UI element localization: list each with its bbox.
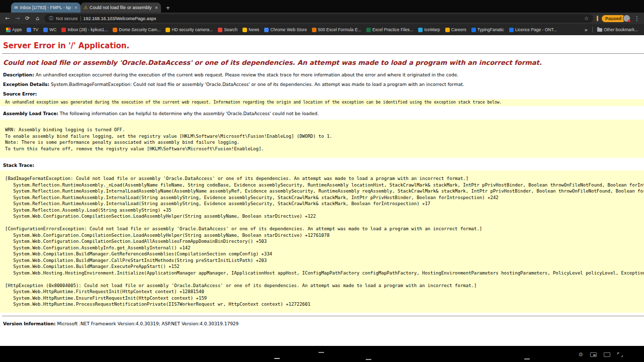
bookmark-item-icewarp[interactable]: IceWarp xyxy=(416,27,442,32)
bookmark-favicon xyxy=(166,28,170,32)
close-icon[interactable]: × xyxy=(74,5,77,11)
tab-error-page[interactable]: ⚠ Could not load file or assembly × xyxy=(80,3,161,13)
exception-details-label: Exception Details: xyxy=(3,82,49,87)
tab-inbox[interactable]: ✉ Inbox [1/783] - FMPL - kp kush... × xyxy=(11,3,80,13)
bookmark-item-inbox[interactable]: Inbox (28) - kpkus1... xyxy=(59,27,110,32)
video-frame: ✉ Inbox [1/783] - FMPL - kp kush... × ⚠ … xyxy=(0,0,644,362)
page-title: Server Error in '/' Application. xyxy=(3,41,644,50)
video-player-bar: ⚙ xyxy=(0,346,644,362)
stack-trace-box: [BadImageFormatException: Could not load… xyxy=(0,170,644,313)
miniplayer-icon[interactable] xyxy=(590,352,597,357)
bookmark-item-excel-formula[interactable]: 500 Excel Formula E... xyxy=(310,27,363,32)
description-label: Description: xyxy=(3,72,34,77)
extension-icon[interactable] xyxy=(597,16,598,21)
video-artifact-dashes-bottom xyxy=(274,358,280,359)
forward-icon[interactable]: → xyxy=(14,16,21,21)
bookmark-item-tv[interactable]: TV xyxy=(25,27,40,32)
bookmark-favicon xyxy=(471,28,476,32)
bookmark-item-news[interactable]: News xyxy=(240,27,261,32)
bookmarks-bar: Apps TV WC Inbox (28) - kpkus1... Dome S… xyxy=(0,24,644,35)
stack-trace-label: Stack Trace: xyxy=(3,163,34,168)
bookmark-label: Licence Page - ONT... xyxy=(515,27,557,32)
stack-trace-line: Stack Trace: xyxy=(3,163,642,168)
bookmark-favicon xyxy=(509,28,514,32)
error-page: Server Error in '/' Application. Could n… xyxy=(0,35,644,346)
bookmark-label: 500 Excel Formula E... xyxy=(318,27,361,32)
bookmark-label: News xyxy=(249,27,259,32)
security-label: Not secure xyxy=(56,16,78,21)
error-message: Could not load file or assembly 'Oracle.… xyxy=(3,59,644,66)
bookmark-item-apps[interactable]: Apps xyxy=(4,27,24,32)
fullscreen-icon[interactable] xyxy=(617,352,623,357)
tab-strip: ✉ Inbox [1/783] - FMPL - kp kush... × ⚠ … xyxy=(0,0,644,13)
source-error-line: Source Error: xyxy=(3,92,642,97)
divider xyxy=(2,316,644,316)
bookmark-item-dome-security[interactable]: Dome Security Cam... xyxy=(111,27,163,32)
address-bar[interactable]: ⓘ Not secure 192.168.16.103/WelcomePage.… xyxy=(44,14,593,23)
description-line: Description: An unhandled exception occu… xyxy=(3,72,642,78)
bookmark-favicon xyxy=(366,28,371,32)
mail-icon: ✉ xyxy=(14,6,18,10)
bookmark-item-licence-page[interactable]: Licence Page - ONT... xyxy=(507,27,559,32)
warning-icon: ⚠ xyxy=(84,6,88,10)
other-bookmarks-button[interactable]: Other bookmark... xyxy=(595,27,640,32)
bookmarks-overflow-chevron[interactable]: » xyxy=(583,27,590,33)
bookmark-label: TV xyxy=(33,27,38,32)
bookmark-favicon xyxy=(61,28,66,32)
bookmark-favicon xyxy=(43,28,48,32)
exception-details-text: System.BadImageFormatException: Could no… xyxy=(51,82,464,87)
version-info-text: Microsoft .NET Framework Version:4.0.303… xyxy=(57,321,238,326)
folder-icon xyxy=(597,28,602,32)
sync-error-dot xyxy=(628,20,630,22)
tab-title: Could not load file or assembly xyxy=(90,5,152,10)
sync-paused-badge: Paused xyxy=(602,15,625,22)
bookmark-label: HD security camera... xyxy=(172,27,213,32)
bookmark-label: WC xyxy=(49,27,56,32)
bookmark-item-search[interactable]: Search xyxy=(216,27,239,32)
bookmark-label: Apps xyxy=(12,27,22,32)
bookmark-label: Inbox (28) - kpkus1... xyxy=(67,27,108,32)
source-error-label: Source Error: xyxy=(3,92,37,97)
menu-icon[interactable]: ⋮ xyxy=(634,15,640,22)
reload-icon[interactable]: ⟳ xyxy=(24,16,31,21)
source-error-box: An unhandled exception was generated dur… xyxy=(0,99,644,106)
player-controls: ⚙ xyxy=(578,352,623,357)
close-icon[interactable]: × xyxy=(155,5,158,11)
theater-mode-icon[interactable] xyxy=(604,352,610,357)
exception-details-line: Exception Details: System.BadImageFormat… xyxy=(3,82,642,87)
bookmark-favicon xyxy=(113,28,117,32)
profile-sync-button[interactable]: Paused xyxy=(602,15,630,22)
bookmark-label: Excel Practice Files... xyxy=(372,27,413,32)
bookmark-item-chrome-web-store[interactable]: Chrome Web Store xyxy=(262,27,309,32)
version-info-label: Version Information: xyxy=(3,321,56,326)
bookmark-star-icon[interactable]: ☆ xyxy=(584,16,589,21)
assembly-trace-text: The following information can be helpful… xyxy=(60,111,319,116)
bookmarks-separator xyxy=(592,27,593,33)
bookmark-item-wc[interactable]: WC xyxy=(41,27,58,32)
bookmark-item-hd-camera[interactable]: HD security camera... xyxy=(164,27,215,32)
divider xyxy=(2,53,644,54)
avatar xyxy=(623,15,630,22)
bookmark-label: TypingFanatic xyxy=(477,27,504,32)
bookmark-label: IceWarp xyxy=(424,27,440,32)
home-icon[interactable]: ⌂ xyxy=(34,16,41,21)
bookmark-item-excel-practice[interactable]: Excel Practice Files... xyxy=(364,27,415,32)
bookmark-favicon xyxy=(445,28,450,32)
bookmark-favicon xyxy=(218,28,222,32)
bookmark-favicon xyxy=(418,28,423,32)
assembly-trace-label: Assembly Load Trace: xyxy=(3,111,58,116)
bookmark-favicon xyxy=(27,28,31,32)
omnibox-divider xyxy=(80,16,81,21)
version-info-line: Version Information: Microsoft .NET Fram… xyxy=(3,321,644,326)
new-tab-button[interactable]: + xyxy=(166,5,170,11)
settings-icon[interactable]: ⚙ xyxy=(578,352,583,357)
browser-toolbar: ← → ⟳ ⌂ ⓘ Not secure 192.168.16.103/Welc… xyxy=(0,13,644,24)
bookmark-item-careers[interactable]: Careers xyxy=(443,27,468,32)
back-icon[interactable]: ← xyxy=(4,16,11,21)
page-info-icon[interactable]: ⓘ xyxy=(49,15,53,22)
bookmark-label: Search xyxy=(224,27,237,32)
tab-title: Inbox [1/783] - FMPL - kp kush... xyxy=(20,5,72,10)
bookmark-label: Dome Security Cam... xyxy=(119,27,160,32)
bookmark-item-typingfanatic[interactable]: TypingFanatic xyxy=(469,27,506,32)
bookmark-favicon xyxy=(264,28,269,32)
